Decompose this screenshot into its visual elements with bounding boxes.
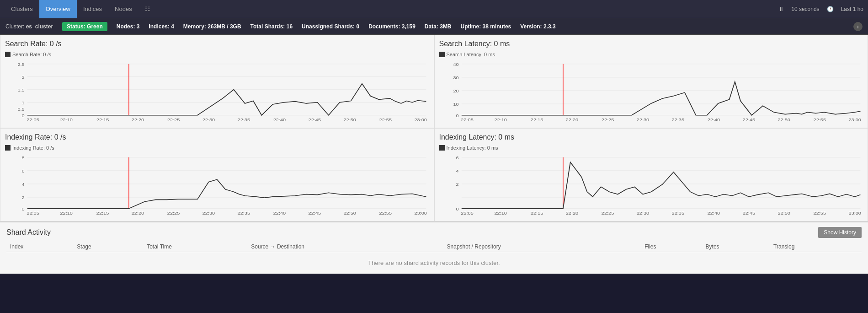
svg-text:22:50: 22:50 <box>343 210 356 215</box>
svg-text:22:10: 22:10 <box>60 117 73 122</box>
top-nav: Clusters Overview Indices Nodes ☷ ⏸ 10 s… <box>0 0 868 18</box>
shard-title: Shard Activity <box>6 228 51 237</box>
total-shards-item: Total Shards: 16 <box>250 23 293 30</box>
col-bytes: Bytes <box>702 242 770 252</box>
svg-text:23:00: 23:00 <box>848 117 861 122</box>
svg-text:22:45: 22:45 <box>309 117 321 122</box>
svg-text:1: 1 <box>22 101 25 105</box>
cluster-name: es_cluster <box>26 23 53 30</box>
svg-text:10: 10 <box>453 102 458 107</box>
svg-text:22:35: 22:35 <box>238 117 250 122</box>
col-stage: Stage <box>73 242 143 252</box>
indexing-rate-panel: Indexing Rate: 0 /s Indexing Rate: 0 /s … <box>0 128 434 221</box>
svg-text:0.5: 0.5 <box>17 107 25 112</box>
svg-text:22:50: 22:50 <box>777 210 790 215</box>
svg-text:0: 0 <box>456 207 458 211</box>
svg-text:22:45: 22:45 <box>309 210 321 215</box>
indexing-latency-chart: 6 4 2 0 22:05 22:10 22:15 22:20 22:25 22… <box>439 152 863 216</box>
svg-text:2: 2 <box>456 182 458 187</box>
svg-text:22:55: 22:55 <box>379 210 392 215</box>
svg-text:2.5: 2.5 <box>17 62 25 67</box>
nav-grid[interactable]: ☷ <box>138 0 157 18</box>
svg-text:22:50: 22:50 <box>777 117 790 122</box>
svg-text:22:40: 22:40 <box>707 210 720 215</box>
indexing-rate-title: Indexing Rate: 0 /s <box>5 133 429 141</box>
svg-text:2: 2 <box>22 195 25 200</box>
svg-text:22:40: 22:40 <box>707 117 720 122</box>
svg-text:22:35: 22:35 <box>671 117 684 122</box>
shard-table: Index Stage Total Time Source → Destinat… <box>6 242 862 274</box>
svg-text:8: 8 <box>22 156 25 160</box>
indexing-rate-chart: 8 6 4 2 0 22:05 22:10 22:15 22:20 22:25 … <box>5 152 429 216</box>
svg-text:22:10: 22:10 <box>494 210 507 215</box>
svg-text:22:05: 22:05 <box>27 117 39 122</box>
nav-nodes[interactable]: Nodes <box>108 0 138 18</box>
search-latency-chart: 40 30 20 10 0 22:05 22:10 22:15 22:20 22… <box>439 59 863 123</box>
svg-text:22:35: 22:35 <box>238 210 250 215</box>
svg-text:22:25: 22:25 <box>601 117 614 122</box>
svg-text:22:55: 22:55 <box>379 117 392 122</box>
svg-text:22:35: 22:35 <box>671 210 684 215</box>
svg-text:22:10: 22:10 <box>60 210 73 215</box>
indexing-latency-title: Indexing Latency: 0 ms <box>439 133 863 141</box>
search-latency-panel: Search Latency: 0 ms Search Latency: 0 m… <box>434 35 868 128</box>
col-total-time: Total Time <box>143 242 247 252</box>
svg-text:22:25: 22:25 <box>167 117 180 122</box>
svg-text:22:20: 22:20 <box>565 210 578 215</box>
svg-text:23:00: 23:00 <box>848 210 861 215</box>
indices-item: Indices: 4 <box>149 23 174 30</box>
svg-text:22:20: 22:20 <box>132 117 144 122</box>
shard-empty-message: There are no shard activity records for … <box>6 252 862 274</box>
svg-text:22:30: 22:30 <box>636 117 649 122</box>
svg-text:0: 0 <box>22 207 25 211</box>
search-rate-title: Search Rate: 0 /s <box>5 40 429 48</box>
svg-text:22:40: 22:40 <box>273 117 286 122</box>
timerange-label: Last 1 ho <box>841 6 863 12</box>
nav-overview[interactable]: Overview <box>39 0 77 18</box>
svg-text:22:05: 22:05 <box>461 117 474 122</box>
indexing-latency-panel: Indexing Latency: 0 ms Indexing Latency:… <box>434 128 868 221</box>
svg-text:22:45: 22:45 <box>742 117 755 122</box>
nodes-item: Nodes: 3 <box>117 23 140 30</box>
search-latency-legend: Search Latency: 0 ms <box>439 52 863 57</box>
charts-container: Search Rate: 0 /s Search Rate: 0 /s 2.5 … <box>0 35 868 221</box>
svg-text:22:05: 22:05 <box>461 210 474 215</box>
col-files: Files <box>641 242 702 252</box>
svg-text:22:30: 22:30 <box>202 210 215 215</box>
svg-text:22:25: 22:25 <box>167 210 180 215</box>
col-snapshot: Snapshot / Repository <box>443 242 641 252</box>
shard-header: Shard Activity Show History <box>6 227 862 238</box>
info-icon[interactable]: i <box>853 22 863 31</box>
status-bar: Cluster: es_cluster Status: Green Nodes:… <box>0 18 868 35</box>
nav-indices[interactable]: Indices <box>77 0 108 18</box>
svg-text:22:15: 22:15 <box>96 117 109 122</box>
nav-clusters[interactable]: Clusters <box>5 0 39 18</box>
svg-text:22:55: 22:55 <box>813 210 826 215</box>
svg-text:23:00: 23:00 <box>414 210 427 215</box>
col-translog: Translog <box>770 242 862 252</box>
data-item: Data: 3MB <box>425 23 452 30</box>
svg-text:0: 0 <box>22 113 25 118</box>
show-history-button[interactable]: Show History <box>818 227 862 238</box>
svg-text:30: 30 <box>453 76 458 80</box>
svg-text:4: 4 <box>456 169 458 173</box>
col-index: Index <box>6 242 73 252</box>
svg-text:22:05: 22:05 <box>27 210 39 215</box>
svg-text:22:30: 22:30 <box>636 210 649 215</box>
svg-text:22:15: 22:15 <box>96 210 109 215</box>
clock-icon: 🕐 <box>827 6 834 12</box>
shard-activity-section: Shard Activity Show History Index Stage … <box>0 221 868 274</box>
search-rate-panel: Search Rate: 0 /s Search Rate: 0 /s 2.5 … <box>0 35 434 128</box>
search-rate-legend: Search Rate: 0 /s <box>5 52 429 57</box>
svg-text:2: 2 <box>22 75 25 80</box>
cluster-label: Cluster: es_cluster <box>5 23 53 30</box>
pause-icon[interactable]: ⏸ <box>778 6 784 12</box>
svg-text:22:15: 22:15 <box>530 117 543 122</box>
svg-text:22:55: 22:55 <box>813 117 826 122</box>
documents-item: Documents: 3,159 <box>368 23 415 30</box>
svg-text:22:15: 22:15 <box>530 210 543 215</box>
svg-text:1.5: 1.5 <box>17 88 25 92</box>
svg-text:22:20: 22:20 <box>565 117 578 122</box>
svg-text:20: 20 <box>453 89 458 93</box>
uptime-item: Uptime: 38 minutes <box>461 23 511 30</box>
